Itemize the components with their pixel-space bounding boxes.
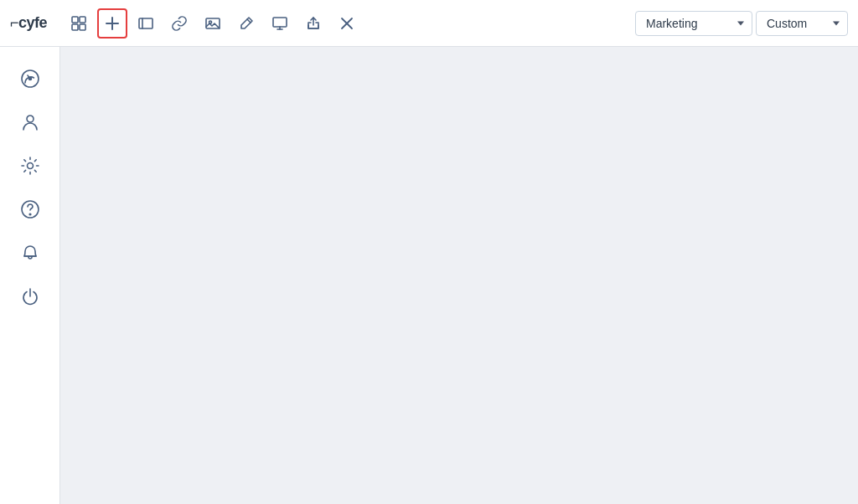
svg-rect-3 [80, 24, 85, 30]
svg-rect-2 [72, 24, 78, 30]
sidebar-item-settings[interactable] [12, 147, 49, 184]
main-layout [0, 47, 858, 504]
logo: ⌐cyfe [10, 14, 47, 32]
sidebar-item-notifications[interactable] [12, 234, 49, 271]
custom-select-wrapper: Custom Default Dark Light [756, 11, 848, 36]
link-icon[interactable] [164, 8, 194, 39]
marketing-select-wrapper: Marketing Sales Analytics Finance [635, 11, 752, 36]
resize-widget-icon[interactable] [131, 8, 161, 39]
marketing-select[interactable]: Marketing Sales Analytics Finance [635, 11, 752, 36]
main-content [60, 47, 858, 504]
svg-point-17 [28, 78, 31, 80]
sidebar [0, 47, 60, 504]
sidebar-item-profile[interactable] [12, 104, 49, 141]
close-icon[interactable] [332, 8, 362, 39]
sidebar-item-power[interactable] [12, 278, 49, 315]
svg-point-19 [27, 163, 33, 169]
svg-line-10 [247, 19, 251, 23]
monitor-icon[interactable] [265, 8, 295, 39]
sidebar-item-help[interactable] [12, 191, 49, 228]
svg-rect-1 [80, 17, 85, 23]
custom-select[interactable]: Custom Default Dark Light [756, 11, 848, 36]
svg-point-18 [27, 116, 34, 122]
dashboard-grid-icon[interactable] [64, 8, 94, 39]
add-widget-button[interactable] [97, 8, 127, 39]
export-icon[interactable] [298, 8, 328, 39]
svg-rect-6 [139, 18, 152, 28]
svg-rect-0 [72, 17, 78, 23]
sidebar-item-dashboard[interactable] [12, 60, 49, 97]
navbar: ⌐cyfe [0, 0, 858, 47]
edit-icon[interactable] [231, 8, 261, 39]
image-icon[interactable] [198, 8, 228, 39]
svg-rect-11 [273, 18, 287, 27]
svg-point-21 [29, 213, 31, 215]
